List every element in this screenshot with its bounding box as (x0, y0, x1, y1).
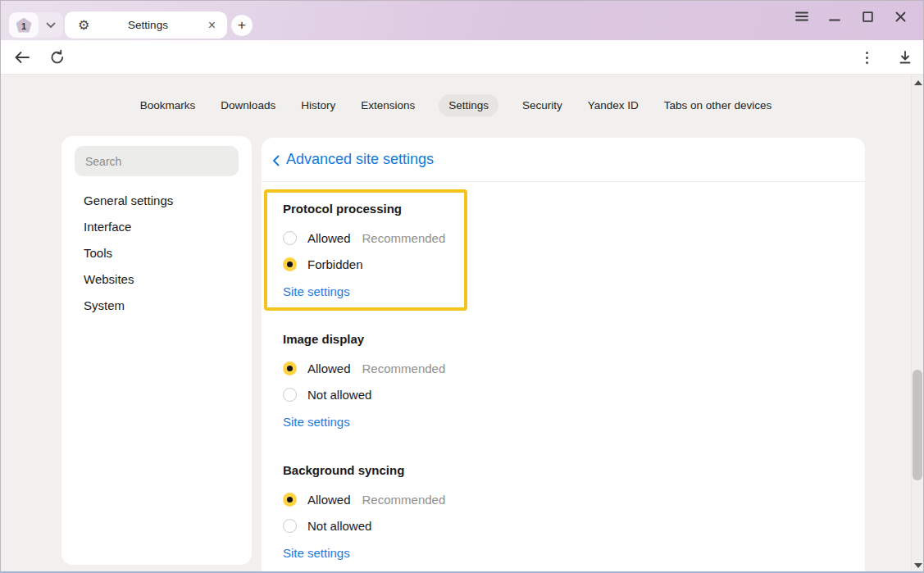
option-label: Forbidden (307, 257, 363, 271)
radio-option-not-allowed[interactable]: Not allowed (283, 381, 445, 407)
radio-selected-icon[interactable] (283, 362, 297, 375)
chevron-left-icon (272, 155, 280, 166)
nav-downloads[interactable]: Downloads (219, 94, 277, 116)
downloads-button[interactable] (894, 47, 916, 68)
option-label: Allowed (307, 493, 351, 507)
maximize-button[interactable] (851, 4, 884, 29)
radio-option-not-allowed[interactable]: Not allowed (283, 512, 445, 539)
option-note: Recommended (362, 231, 446, 245)
section-background-syncing: Background syncing Allowed Recommended N… (283, 462, 445, 562)
radio-selected-icon[interactable] (283, 257, 297, 271)
sidebar-item-system[interactable]: System (61, 292, 252, 318)
section-protocol-processing: Protocol processing Allowed Recommended … (264, 189, 467, 311)
sidebar-list: General settings Interface Tools Website… (61, 187, 252, 318)
site-settings-link[interactable]: Site settings (283, 544, 350, 562)
radio-unselected-icon[interactable] (283, 388, 297, 402)
refresh-icon (49, 49, 66, 66)
hamburger-icon (795, 11, 808, 21)
option-label: Allowed (307, 362, 351, 375)
tab-close-icon[interactable]: × (207, 19, 217, 32)
nav-tabs-other-devices[interactable]: Tabs on other devices (662, 94, 773, 116)
refresh-button[interactable] (47, 47, 68, 68)
download-icon (898, 50, 913, 65)
tab-group-expander[interactable] (39, 12, 63, 38)
minimize-icon (829, 11, 840, 21)
tab-settings[interactable]: ⚙ Settings × (65, 11, 227, 39)
nav-yandex-id[interactable]: Yandex ID (586, 94, 640, 116)
back-to-advanced-settings[interactable]: Advanced site settings (262, 138, 865, 181)
header-divider (262, 181, 865, 182)
option-note: Recommended (362, 362, 446, 375)
new-tab-button[interactable]: + (231, 15, 253, 36)
radio-option-forbidden[interactable]: Forbidden (283, 251, 464, 277)
option-label: Allowed (307, 231, 351, 245)
settings-main-panel: Advanced site settings Protocol processi… (262, 138, 865, 573)
nav-bookmarks[interactable]: Bookmarks (139, 94, 198, 116)
tab-group-badge[interactable]: 1 (9, 12, 39, 38)
sidebar-item-tools[interactable]: Tools (61, 239, 252, 266)
sidebar-item-general-settings[interactable]: General settings (61, 187, 252, 213)
tab-group-button[interactable]: 1 (9, 12, 63, 38)
section-image-display: Image display Allowed Recommended Not al… (283, 331, 445, 431)
section-title: Background syncing (283, 462, 445, 479)
close-icon (895, 11, 906, 22)
tab-title: Settings (89, 19, 206, 31)
close-window-button[interactable] (884, 4, 917, 29)
window-controls (785, 4, 917, 29)
scroll-up-arrow[interactable] (914, 80, 922, 85)
browser-toolbar: Y settings Settings (1, 40, 923, 75)
option-note: Recommended (362, 493, 446, 507)
settings-page: Bookmarks Downloads History Extensions S… (1, 75, 923, 573)
site-settings-link[interactable]: Site settings (283, 413, 350, 431)
kebab-menu-icon (866, 52, 868, 64)
nav-history[interactable]: History (299, 94, 337, 116)
sidebar-item-interface[interactable]: Interface (61, 213, 252, 239)
nav-extensions[interactable]: Extensions (359, 94, 416, 116)
radio-unselected-icon[interactable] (283, 519, 297, 533)
maximize-icon (863, 11, 873, 22)
minimize-button[interactable] (818, 4, 851, 29)
section-title: Image display (283, 331, 445, 348)
plus-icon: + (238, 17, 246, 34)
option-label: Not allowed (307, 388, 371, 402)
radio-option-allowed[interactable]: Allowed Recommended (283, 225, 464, 251)
settings-nav: Bookmarks Downloads History Extensions S… (1, 94, 911, 116)
scrollbar-thumb[interactable] (913, 370, 922, 480)
radio-unselected-icon[interactable] (283, 231, 297, 245)
browser-window: 1 ⚙ Settings × + (0, 0, 924, 573)
nav-security[interactable]: Security (521, 94, 564, 116)
tab-bar: 1 ⚙ Settings × + (1, 1, 923, 40)
back-button[interactable] (11, 47, 33, 68)
page-title: Advanced site settings (286, 151, 434, 168)
section-title: Protocol processing (283, 201, 464, 217)
radio-selected-icon[interactable] (283, 493, 297, 507)
vertical-scrollbar[interactable] (911, 75, 923, 573)
nav-settings[interactable]: Settings (439, 94, 498, 116)
radio-option-allowed[interactable]: Allowed Recommended (283, 355, 445, 381)
back-arrow-icon (14, 51, 30, 64)
search-input[interactable] (75, 146, 239, 176)
more-options-button[interactable] (856, 47, 877, 68)
scroll-down-arrow[interactable] (914, 563, 922, 568)
sidebar-item-websites[interactable]: Websites (61, 266, 252, 292)
menu-button[interactable] (785, 4, 818, 29)
settings-sidebar: General settings Interface Tools Website… (61, 136, 252, 565)
tab-group-count: 1 (9, 20, 39, 30)
gear-icon: ⚙ (78, 19, 89, 32)
site-settings-link[interactable]: Site settings (283, 283, 350, 301)
radio-option-allowed[interactable]: Allowed Recommended (283, 486, 445, 512)
option-label: Not allowed (307, 519, 371, 533)
chevron-down-icon (46, 22, 56, 29)
